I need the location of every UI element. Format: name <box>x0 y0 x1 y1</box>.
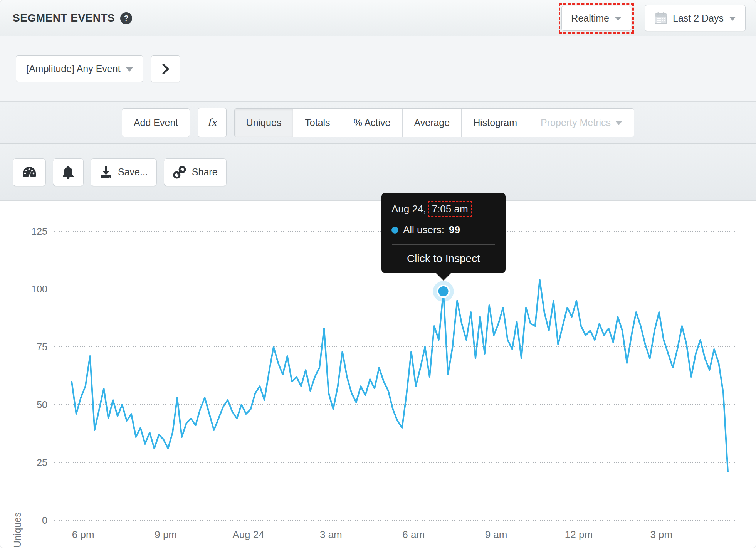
tab-label: Totals <box>305 117 330 128</box>
x-tick-label: 6 am <box>402 529 425 540</box>
tab-uniques[interactable]: Uniques <box>235 109 294 137</box>
highlight-dot[interactable] <box>438 286 449 296</box>
tooltip-title: Aug 24,7:05 am <box>391 201 496 217</box>
tab-label: Average <box>414 117 450 128</box>
chart-toolbar: Save... Share <box>0 144 756 201</box>
chevron-down-icon <box>615 121 622 125</box>
speedometer-icon <box>22 166 37 179</box>
notifications-button[interactable] <box>53 158 84 186</box>
tooltip-action[interactable]: Click to Inspect <box>391 252 496 266</box>
y-axis-title: Uniques <box>12 512 23 548</box>
dashboard-button[interactable] <box>13 158 46 186</box>
tab-property-metrics[interactable]: Property Metrics <box>529 109 634 137</box>
page-title-text: SEGMENT EVENTS <box>13 12 115 24</box>
help-icon[interactable]: ? <box>120 12 132 24</box>
chevron-down-icon <box>126 67 133 72</box>
y-tick-label: 50 <box>37 399 47 410</box>
tooltip-time: 7:05 am <box>432 203 468 215</box>
tab-totals[interactable]: Totals <box>293 109 342 137</box>
chart-tooltip[interactable]: Aug 24,7:05 am All users: 99 Click to In… <box>381 193 506 273</box>
date-range-label: Last 2 Days <box>673 13 724 24</box>
tooltip-date: Aug 24, <box>391 203 426 215</box>
tab-histogram[interactable]: Histogram <box>462 109 529 137</box>
y-tick-label: 0 <box>42 515 47 526</box>
header-bar: SEGMENT EVENTS ? Realtime <box>0 0 756 36</box>
tooltip-divider <box>392 244 495 245</box>
x-tick-label: 9 pm <box>155 529 177 540</box>
x-tick-label: 3 pm <box>650 529 672 540</box>
chevron-right-icon <box>161 63 170 75</box>
download-icon <box>99 166 113 179</box>
link-icon <box>173 165 186 179</box>
bell-icon <box>62 165 75 179</box>
event-selector-row: [Amplitude] Any Event <box>0 36 756 102</box>
all-users-series-line[interactable] <box>72 280 728 472</box>
x-tick-label: 12 pm <box>565 529 593 540</box>
tooltip-series-row: All users: 99 <box>391 224 496 236</box>
metric-tab-group: Uniques Totals % Active Average Histogra… <box>234 108 635 137</box>
expand-event-button[interactable] <box>151 55 180 82</box>
realtime-highlight-box: Realtime <box>559 3 634 34</box>
metric-controls-row: Add Event fx Uniques Totals % Active Ave… <box>0 102 756 144</box>
tab-percent-active[interactable]: % Active <box>342 109 403 137</box>
series-dot-icon <box>391 227 398 234</box>
x-tick-label: Aug 24 <box>232 529 264 540</box>
tooltip-time-highlight-box: 7:05 am <box>428 201 472 217</box>
realtime-dropdown[interactable]: Realtime <box>561 6 631 31</box>
tooltip-series-label: All users: <box>403 224 444 236</box>
save-label: Save... <box>118 166 148 178</box>
calendar-icon <box>654 12 667 24</box>
realtime-label: Realtime <box>571 13 609 24</box>
tooltip-value: 99 <box>449 224 460 236</box>
page-title: SEGMENT EVENTS ? <box>13 12 132 24</box>
y-tick-label: 100 <box>31 284 47 294</box>
formula-button[interactable]: fx <box>198 108 226 137</box>
chevron-down-icon <box>729 17 736 21</box>
save-button[interactable]: Save... <box>91 158 157 186</box>
segment-events-page: SEGMENT EVENTS ? Realtime <box>0 0 756 548</box>
segment-events-chart[interactable]: 02550751001256 pm9 pmAug 243 am6 am9 am1… <box>0 201 756 548</box>
date-range-dropdown[interactable]: Last 2 Days <box>645 5 746 31</box>
header-controls: Realtime <box>559 3 746 34</box>
tab-label: Histogram <box>473 117 517 128</box>
tab-label: Property Metrics <box>541 117 611 128</box>
event-selector-dropdown[interactable]: [Amplitude] Any Event <box>16 55 143 82</box>
x-tick-label: 9 am <box>485 529 507 540</box>
event-selector-label: [Amplitude] Any Event <box>26 63 121 74</box>
chevron-down-icon <box>615 17 622 21</box>
y-tick-label: 25 <box>37 457 47 468</box>
y-tick-label: 125 <box>31 226 47 237</box>
tab-average[interactable]: Average <box>403 109 462 137</box>
share-label: Share <box>192 166 218 178</box>
chart-panel: 02550751001256 pm9 pmAug 243 am6 am9 am1… <box>0 201 756 548</box>
tab-label: Uniques <box>246 117 282 128</box>
x-tick-label: 3 am <box>320 529 342 540</box>
x-tick-label: 6 pm <box>72 529 94 540</box>
y-tick-label: 75 <box>37 341 47 352</box>
tab-label: % Active <box>354 117 391 128</box>
add-event-button[interactable]: Add Event <box>122 108 190 137</box>
share-button[interactable]: Share <box>164 158 227 186</box>
